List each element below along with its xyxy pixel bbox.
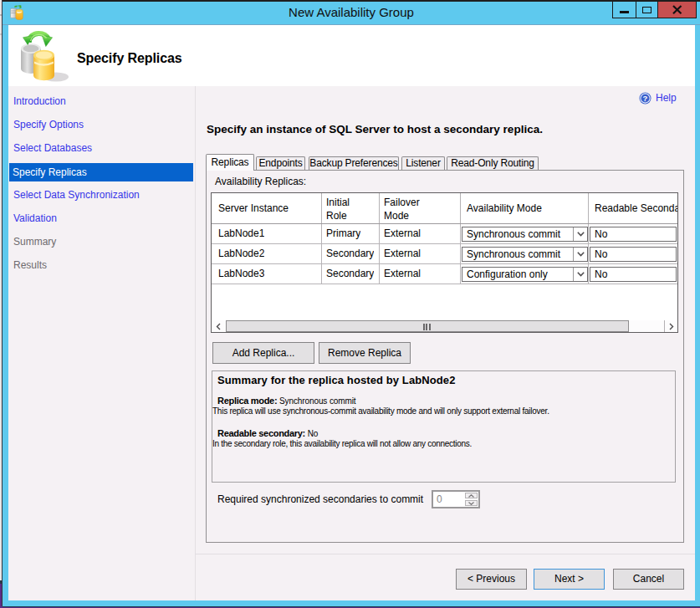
svg-text:?: ? <box>643 94 648 103</box>
